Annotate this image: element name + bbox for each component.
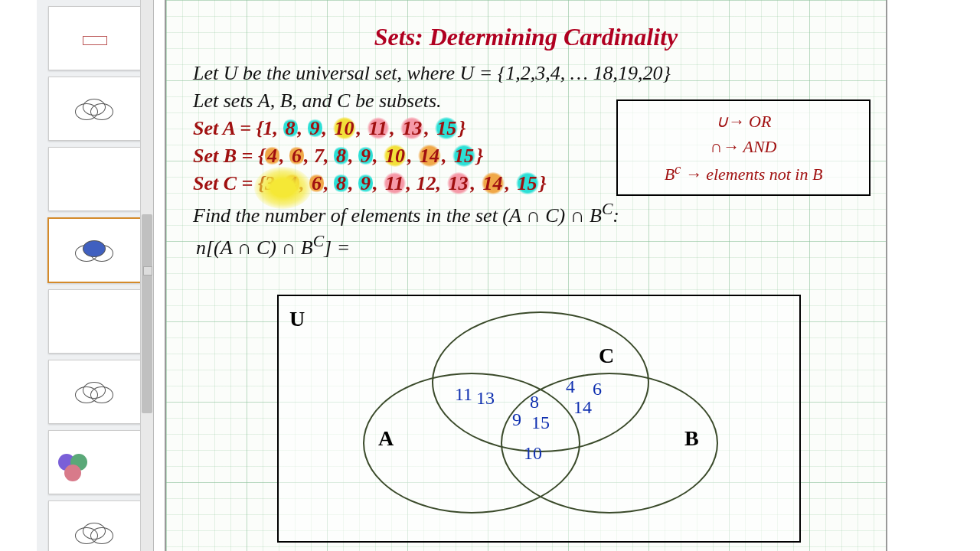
n: 15 <box>515 172 540 194</box>
legend-line: Bc → elements not in B <box>629 159 858 187</box>
sup: C <box>313 232 324 250</box>
venn-num: 6 <box>593 379 602 399</box>
n: 15 <box>434 117 459 139</box>
text: = {1,2,3,4, … 18,19,20} <box>474 62 670 84</box>
question-line: Find the number of elements in the set (… <box>193 200 859 227</box>
n: 8 <box>334 172 348 194</box>
text: : <box>612 204 619 227</box>
venn-diagram-box: U A B C 11 13 8 9 15 4 6 14 10 <box>277 295 801 543</box>
thumbnail[interactable] <box>48 77 142 141</box>
n: 8 <box>283 117 298 139</box>
venn-num: 15 <box>531 412 550 433</box>
venn-num: 13 <box>476 388 495 409</box>
n: 15 <box>452 145 476 167</box>
label-c: C <box>599 344 614 368</box>
legend-box: ∪→ OR ∩→ AND Bc → elements not in B <box>616 99 871 196</box>
text: Let <box>193 62 224 84</box>
thumbnail[interactable] <box>48 430 142 494</box>
n: 8 <box>334 145 348 167</box>
sidebar-scrollbar[interactable] <box>140 0 153 551</box>
sup: C <box>602 200 612 218</box>
universe-label: U <box>289 307 305 331</box>
n: 12 <box>416 172 436 194</box>
n: 14 <box>481 172 505 194</box>
text: ∩ C) ∩ B <box>521 204 601 227</box>
n: 13 <box>400 117 424 139</box>
text: Set C = { <box>193 172 265 194</box>
thumbnail[interactable] <box>48 289 142 354</box>
n: 10 <box>383 145 407 167</box>
thumbnail-selected[interactable] <box>47 217 142 283</box>
venn-num: 11 <box>455 384 472 405</box>
text: be the universal set, where <box>238 62 460 84</box>
n: 13 <box>446 172 471 194</box>
n: 11 <box>367 117 390 139</box>
n: 7 <box>314 145 324 167</box>
text: } <box>540 172 547 194</box>
n: 9 <box>358 172 373 194</box>
n: 9 <box>358 145 373 167</box>
n: 1 <box>263 117 273 139</box>
thumbnail[interactable] <box>48 147 142 211</box>
slide-thumbnail-panel[interactable] <box>37 0 154 551</box>
text: Set A = { <box>193 117 263 139</box>
legend-line: ∩→ AND <box>629 134 858 159</box>
text: ] = <box>324 236 350 258</box>
text: } <box>459 117 466 139</box>
venn-num: 9 <box>512 409 521 430</box>
text: n[(A ∩ C) ∩ B <box>196 236 313 258</box>
slide-canvas: Sets: Determining Cardinality Let U be t… <box>165 0 887 551</box>
scroll-thumb[interactable] <box>142 214 152 413</box>
n: 4 <box>285 172 299 194</box>
label-b: B <box>684 426 699 451</box>
n: 9 <box>308 117 322 139</box>
thumbnail[interactable] <box>48 6 142 70</box>
text: , B, and C be subsets. <box>270 90 442 112</box>
n: 3 <box>265 172 275 194</box>
thumbnail[interactable] <box>48 500 142 551</box>
venn-num: 8 <box>530 392 539 412</box>
thumbnail[interactable] <box>48 360 142 424</box>
text: Find the number of elements in the set ( <box>193 204 509 227</box>
venn-num: 4 <box>566 377 575 397</box>
scroll-marker <box>143 266 152 276</box>
n: 11 <box>383 172 407 194</box>
n: 6 <box>309 172 324 194</box>
venn-num: 10 <box>524 443 542 464</box>
legend-line: ∪→ OR <box>629 109 858 134</box>
equation-line: n[(A ∩ C) ∩ BC] = <box>196 232 859 259</box>
n: 14 <box>417 145 442 167</box>
slide-title: Sets: Determining Cardinality <box>193 23 859 51</box>
text: } <box>476 145 483 167</box>
venn-diagram: A B C 11 13 8 9 15 4 6 14 10 <box>363 311 723 533</box>
n: 4 <box>265 145 279 167</box>
n: 10 <box>332 117 357 139</box>
venn-num: 14 <box>573 397 592 418</box>
text: Let sets <box>193 90 258 112</box>
text: Set B = { <box>193 145 265 167</box>
label-a: A <box>378 426 394 451</box>
n: 6 <box>289 145 304 167</box>
text-line: Let U be the universal set, where U = {1… <box>193 62 859 85</box>
